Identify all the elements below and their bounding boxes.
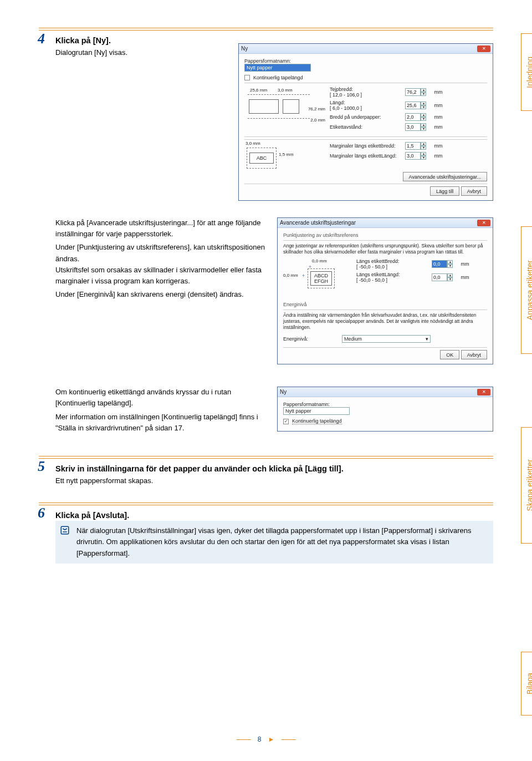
plus-icon: + (302, 273, 305, 278)
abcd-sample: ABCD EFGH (310, 271, 332, 286)
step-6-number: 6 (38, 505, 45, 521)
add-button[interactable]: Lägg till (430, 186, 459, 196)
dialog-ny-1-title: Ny (241, 45, 248, 52)
tape-width-label: Tejpbredd: (330, 87, 353, 92)
dialog-advanced: Avancerade utskriftsjusteringar ✕ Punktj… (277, 217, 493, 364)
side-tab-inledning[interactable]: Inledning (521, 33, 532, 111)
tip-text: När dialogrutan [Utskriftsinställningar]… (76, 526, 471, 557)
ny2-name-input[interactable]: Nytt papper (283, 407, 350, 415)
zero-left: 0,0 mm (283, 273, 298, 278)
underpaper-spinner[interactable]: 2,0▴▾ (405, 113, 426, 121)
abc-sample: ABC (257, 155, 267, 161)
margin-length-spinner[interactable]: 3,0▴▾ (405, 152, 426, 160)
energy-desc: Ändra inställning när värmemängden från … (283, 312, 487, 331)
next-icon: ► (268, 735, 274, 743)
continuous-checkbox-2-label: Kontinuerlig tapelängd (292, 418, 342, 424)
along-length-spinner[interactable]: 0,0▴▾ (432, 273, 453, 281)
side-tab-bilaga[interactable]: Bilaga (521, 652, 532, 716)
energy-label: Energinivå: (283, 336, 339, 342)
along-width-spinner[interactable]: 0,0▴▾ (432, 260, 453, 268)
mid2-paragraph-2: Mer information om inställningen [Kontin… (55, 412, 267, 434)
advanced-button[interactable]: Avancerade utskriftsjusteringar... (403, 172, 487, 181)
step-5-subtitle: Ett nytt pappersformat skapas. (55, 475, 493, 487)
continuous-checkbox-label: Kontinuerlig tapelängd (253, 75, 303, 80)
mid-paragraph-1: Klicka på [Avancerade utskriftsjustering… (55, 217, 267, 240)
margin-length-label: Marginaler längs etikettLängd: (330, 153, 402, 159)
cancel-button[interactable]: Avbryt (461, 350, 487, 359)
dim-3-0b: 3,0 mm (245, 141, 260, 146)
spacing-spinner[interactable]: 3,0▴▾ (405, 123, 426, 131)
close-icon[interactable]: ✕ (477, 220, 490, 226)
dim-76-2: 76,2 mm (308, 106, 325, 111)
continuous-checkbox-2[interactable]: ✓ (283, 419, 289, 424)
dim-3-0a: 3,0 mm (278, 88, 293, 93)
section-energy: Energinivå (283, 302, 487, 307)
page-number: 8 (258, 735, 262, 743)
margin-width-label: Marginaler längs etikettbredd: (330, 143, 402, 149)
note-icon (60, 525, 70, 535)
mid-paragraph-2: Under [Punktjustering av utskriftsrefere… (55, 242, 267, 264)
underpaper-label: Bredd på underpapper: (330, 114, 402, 120)
step-4-number: 4 (38, 31, 45, 47)
along-length-label: Längs etikettLängd: (356, 272, 400, 277)
section-rule (39, 28, 493, 31)
dialog-ny-2: Ny ✕ Pappersformatnamn: Nytt papper ✓ Ko… (277, 387, 493, 432)
tip-box: När dialogrutan [Utskriftsinställningar]… (55, 521, 493, 563)
close-icon[interactable]: ✕ (477, 45, 490, 52)
side-tab-skapa[interactable]: Skapa etiketter (521, 427, 532, 544)
tape-width-spinner[interactable]: 76,2▴▾ (405, 88, 426, 96)
dim-1-5: 1,5 mm (279, 152, 294, 157)
step-5-number: 5 (38, 458, 45, 475)
dim-2-0: 2,0 mm (310, 118, 325, 123)
page-footer: 8 ► (237, 735, 296, 743)
section-rule (39, 503, 493, 505)
along-width-label: Längs etikettBredd: (356, 258, 400, 264)
step-5-title: Skriv in inställningarna för det papper … (55, 463, 493, 474)
mid-paragraph-4: Under [Energinivå] kan skrivarens energi… (55, 289, 267, 300)
section-ref-adjust: Punktjustering av utskriftsreferens (283, 232, 487, 238)
continuous-checkbox[interactable] (244, 75, 250, 80)
dialog-advanced-title: Avancerade utskriftsjusteringar (280, 220, 356, 226)
dialog-ny-2-title: Ny (280, 389, 287, 395)
dim-25-6: 25,6 mm (250, 88, 267, 93)
spacing-label: Etikettavstånd: (330, 124, 402, 130)
ref-adjust-desc: Ange justeringar av referenspunkten (uts… (283, 243, 487, 255)
mid2-paragraph-1: Om kontinuerlig etikettlängd används kry… (55, 387, 267, 409)
mid-paragraph-3: Utskriftsfel som orsakas av skillnader i… (55, 265, 267, 287)
energy-select[interactable]: Medium▾ (342, 335, 431, 343)
ok-button[interactable]: OK (440, 350, 459, 359)
ny-name-input[interactable]: Nytt papper (244, 64, 311, 72)
cancel-button[interactable]: Avbryt (461, 186, 487, 196)
length-spinner[interactable]: 25,6▴▾ (405, 102, 426, 109)
section-rule (39, 456, 493, 459)
close-icon[interactable]: ✕ (477, 389, 490, 395)
side-tab-anpassa[interactable]: Anpassa etiketter (521, 226, 532, 354)
length-label: Längd: (330, 100, 345, 105)
zero-top: 0,0 mm (312, 258, 327, 263)
margin-width-spinner[interactable]: 1,5▴▾ (405, 142, 426, 150)
step-6-title: Klicka på [Avsluta]. (55, 510, 493, 521)
ny-name-label: Pappersformatnamn: (244, 58, 487, 64)
dialog-ny-1: Ny ✕ Pappersformatnamn: Nytt papper Kont… (238, 43, 493, 201)
ny2-name-label: Pappersformatnamn: (283, 402, 487, 407)
